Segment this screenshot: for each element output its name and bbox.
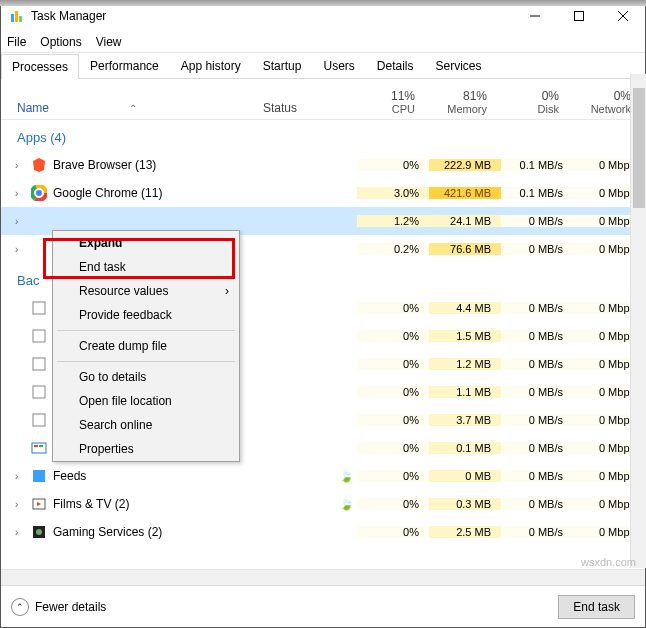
watermark: wsxdn.com bbox=[581, 556, 636, 568]
app-generic-icon bbox=[31, 356, 47, 372]
tab-details[interactable]: Details bbox=[366, 53, 425, 78]
menu-go-details[interactable]: Go to details bbox=[53, 365, 239, 389]
svg-rect-20 bbox=[33, 470, 45, 482]
window-title: Task Manager bbox=[31, 9, 513, 23]
cell-disk: 0 MB/s bbox=[501, 442, 573, 454]
tab-performance[interactable]: Performance bbox=[79, 53, 170, 78]
tab-app-history[interactable]: App history bbox=[170, 53, 252, 78]
svg-rect-1 bbox=[15, 11, 18, 22]
header-memory[interactable]: 81%Memory bbox=[425, 89, 497, 115]
svg-point-11 bbox=[36, 190, 42, 196]
chevron-right-icon[interactable]: › bbox=[15, 244, 27, 255]
chevron-right-icon[interactable]: › bbox=[15, 499, 27, 510]
svg-rect-15 bbox=[33, 386, 45, 398]
cell-cpu: 0% bbox=[357, 414, 429, 426]
end-task-button[interactable]: End task bbox=[558, 595, 635, 619]
tab-users[interactable]: Users bbox=[312, 53, 365, 78]
menu-resource-values[interactable]: Resource values bbox=[53, 279, 239, 303]
cell-memory: 222.9 MB bbox=[429, 159, 501, 171]
header-cpu[interactable]: 11%CPU bbox=[353, 89, 425, 115]
svg-rect-2 bbox=[19, 16, 22, 22]
table-row[interactable]: › Films & TV (2) 🍃 0% 0.3 MB 0 MB/s 0 Mb… bbox=[1, 490, 645, 518]
chevron-right-icon[interactable]: › bbox=[15, 160, 27, 171]
app-generic-icon bbox=[31, 213, 47, 229]
scrollbar-thumb[interactable] bbox=[633, 88, 645, 208]
menu-search-online[interactable]: Search online bbox=[53, 413, 239, 437]
tab-strip: Processes Performance App history Startu… bbox=[1, 53, 645, 79]
fewer-details-toggle[interactable]: ⌃ Fewer details bbox=[11, 598, 106, 616]
svg-rect-12 bbox=[33, 302, 45, 314]
cell-memory: 1.1 MB bbox=[429, 386, 501, 398]
tab-services[interactable]: Services bbox=[425, 53, 493, 78]
footer: ⌃ Fewer details End task bbox=[1, 585, 645, 627]
cell-memory: 2.5 MB bbox=[429, 526, 501, 538]
table-row[interactable]: › Google Chrome (11) 3.0% 421.6 MB 0.1 M… bbox=[1, 179, 645, 207]
app-generic-icon bbox=[31, 384, 47, 400]
cell-memory: 1.5 MB bbox=[429, 330, 501, 342]
menu-view[interactable]: View bbox=[96, 35, 122, 49]
cell-memory: 0.1 MB bbox=[429, 442, 501, 454]
header-status[interactable]: Status bbox=[263, 101, 353, 115]
chevron-right-icon[interactable]: › bbox=[15, 471, 27, 482]
cell-memory: 1.2 MB bbox=[429, 358, 501, 370]
horizontal-scrollbar[interactable] bbox=[1, 569, 645, 585]
cell-disk: 0 MB/s bbox=[501, 386, 573, 398]
process-name: Brave Browser (13) bbox=[53, 158, 357, 172]
menu-open-file-location[interactable]: Open file location bbox=[53, 389, 239, 413]
app-generic-icon bbox=[31, 241, 47, 257]
cell-disk: 0 MB/s bbox=[501, 498, 573, 510]
tab-processes[interactable]: Processes bbox=[1, 54, 79, 79]
context-menu: Expand End task Resource values Provide … bbox=[52, 230, 240, 462]
cell-disk: 0 MB/s bbox=[501, 470, 573, 482]
svg-rect-19 bbox=[39, 445, 43, 447]
table-row[interactable]: › Gaming Services (2) 0% 2.5 MB 0 MB/s 0… bbox=[1, 518, 645, 546]
cell-disk: 0 MB/s bbox=[501, 330, 573, 342]
table-row[interactable]: › Feeds 🍃 0% 0 MB 0 MB/s 0 Mbps bbox=[1, 462, 645, 490]
svg-rect-4 bbox=[575, 12, 584, 21]
svg-rect-18 bbox=[34, 445, 38, 447]
menu-expand[interactable]: Expand bbox=[53, 231, 239, 255]
process-name: Feeds bbox=[53, 469, 339, 483]
cell-cpu: 0% bbox=[357, 302, 429, 314]
chevron-right-icon[interactable]: › bbox=[15, 188, 27, 199]
cell-cpu: 0% bbox=[357, 386, 429, 398]
sort-caret-icon: ⌃ bbox=[129, 103, 137, 114]
menu-provide-feedback[interactable]: Provide feedback bbox=[53, 303, 239, 327]
process-name: Google Chrome (11) bbox=[53, 186, 357, 200]
header-name[interactable]: Name⌃ bbox=[17, 101, 263, 115]
cell-memory: 421.6 MB bbox=[429, 187, 501, 199]
menu-properties[interactable]: Properties bbox=[53, 437, 239, 461]
menu-options[interactable]: Options bbox=[40, 35, 81, 49]
cell-cpu: 0% bbox=[357, 526, 429, 538]
chevron-right-icon[interactable]: › bbox=[15, 527, 27, 538]
table-row[interactable]: › Brave Browser (13) 0% 222.9 MB 0.1 MB/… bbox=[1, 151, 645, 179]
chevron-right-icon[interactable]: › bbox=[15, 216, 27, 227]
cell-memory: 76.6 MB bbox=[429, 243, 501, 255]
cell-disk: 0 MB/s bbox=[501, 358, 573, 370]
menu-end-task[interactable]: End task bbox=[53, 255, 239, 279]
cell-memory: 0.3 MB bbox=[429, 498, 501, 510]
chrome-icon bbox=[31, 185, 47, 201]
vertical-scrollbar[interactable] bbox=[630, 74, 646, 568]
menu-separator bbox=[57, 330, 235, 331]
cell-memory: 4.4 MB bbox=[429, 302, 501, 314]
svg-rect-14 bbox=[33, 358, 45, 370]
tab-startup[interactable]: Startup bbox=[252, 53, 313, 78]
features-icon bbox=[31, 440, 47, 456]
cell-disk: 0 MB/s bbox=[501, 243, 573, 255]
menubar: File Options View bbox=[1, 31, 645, 53]
svg-rect-0 bbox=[11, 14, 14, 22]
cell-disk: 0 MB/s bbox=[501, 215, 573, 227]
cell-memory: 24.1 MB bbox=[429, 215, 501, 227]
films-tv-icon bbox=[31, 496, 47, 512]
cell-disk: 0 MB/s bbox=[501, 302, 573, 314]
menu-create-dump[interactable]: Create dump file bbox=[53, 334, 239, 358]
cell-disk: 0.1 MB/s bbox=[501, 187, 573, 199]
cell-cpu: 0.2% bbox=[357, 243, 429, 255]
cell-memory: 3.7 MB bbox=[429, 414, 501, 426]
svg-rect-16 bbox=[33, 414, 45, 426]
menu-file[interactable]: File bbox=[7, 35, 26, 49]
header-disk[interactable]: 0%Disk bbox=[497, 89, 569, 115]
cell-cpu: 0% bbox=[357, 358, 429, 370]
cell-memory: 0 MB bbox=[429, 470, 501, 482]
